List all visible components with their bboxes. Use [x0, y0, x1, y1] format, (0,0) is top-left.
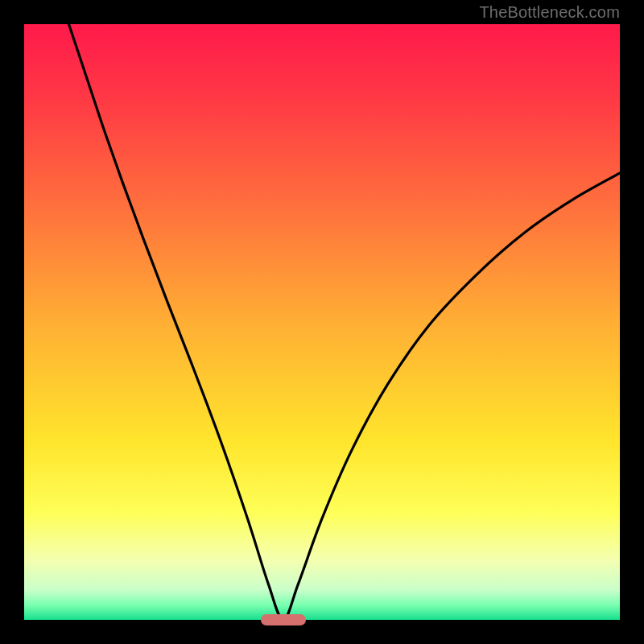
bottleneck-curve [24, 24, 620, 620]
watermark-text: TheBottleneck.com [479, 3, 620, 22]
plot-area [24, 24, 620, 620]
minimum-marker [261, 614, 306, 625]
chart-frame: TheBottleneck.com [0, 0, 644, 644]
